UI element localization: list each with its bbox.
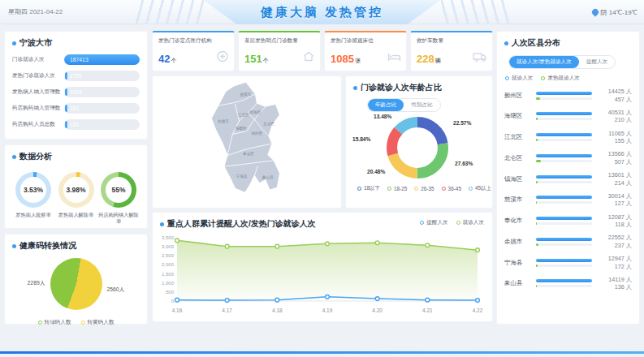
district-row: 象山县 14119 人136 人 [504,276,632,291]
legend-label: 26-35 [421,186,434,191]
legend-marker-icon [442,187,446,191]
kpi-unit: 辆 [435,58,441,63]
pie-graphic [50,258,102,310]
toggle-age-button[interactable]: 年龄占比 [368,99,404,111]
legend-item[interactable]: 18-25 [387,185,407,192]
district-row: 海曙区 40531 人210 人 [504,109,632,124]
district-row-list: 鄞州区 14425 人457 人 海曙区 40531 人210 人 江北区 11… [497,82,639,295]
bullet-icon [160,222,164,226]
panel-title-text: 健康码转换情况 [19,240,76,252]
district-metric-toggle: 就诊人次/发热就诊人次 提醒人次 [508,55,616,69]
ningbo-stat-list: 门诊就诊人次 187413 发热门诊就诊人次 2791 发热病人纳入管理数 25… [5,52,147,130]
legend-item[interactable]: 26-35 [414,185,434,192]
district-row: 余姚市 22552 人237 人 [504,234,632,249]
legend-label: 18以下 [364,185,380,192]
legend-item-green[interactable]: 转绿码人数 [38,319,71,326]
gauge-label: 药店购药纳入解除率 [98,212,139,224]
visits-value: 12947 人 [596,255,632,263]
visits-value: 30014 人 [596,192,632,200]
svg-text:3,000: 3,000 [162,244,175,249]
bed-icon [387,51,401,66]
ningbo-district-map[interactable]: 慈溪市余姚市江北区镇海区海曙区北仑区鄞州区奉化区宁海县象山县 [198,80,297,206]
ambulance-icon [473,51,487,66]
stat-bar: 187413 [64,54,140,65]
stat-bar: 2594 [64,87,140,97]
svg-text:象山县: 象山县 [261,175,274,179]
pie-value-green: 2289人 [28,279,45,287]
stat-value: 187413 [70,54,89,65]
stat-bar: 182 [64,103,140,114]
legend-marker-icon [387,187,391,191]
healthcode-legend: 转绿码人数 转黄码人数 [5,319,147,326]
district-name: 镇海区 [504,175,532,183]
legend-marker-icon [505,76,509,80]
district-bars [536,92,592,100]
stat-row: 药店购药人员总数 182 [12,119,140,130]
fever-value: 210 人 [596,116,632,124]
svg-text:4.22: 4.22 [473,308,483,313]
gauge-ring: 3.98% [58,172,94,208]
panel-title-trend: 重点人群累计提醒人次/发热门诊就诊人次 [153,213,323,233]
gauge-group: 3.53% 发热病人观察率 3.98% 发热病人解除率 55% 药店购药纳入解除… [5,166,147,224]
legend-item-visits[interactable]: 就诊人次 [456,219,484,226]
district-row: 奉化市 12087 人118 人 [504,213,632,229]
legend-label: 提醒人次 [426,219,447,226]
date-label: 星期四 2021-04-22 [8,0,63,24]
district-bars [536,154,592,162]
visits-value: 12087 人 [596,213,632,222]
legend-marker-icon [456,221,460,225]
fever-value: 457 人 [596,96,632,104]
kpi-ambulances: 救护车数量 228辆 [410,31,493,71]
legend-item-yellow[interactable]: 转黄码人数 [81,319,115,326]
panel-title-analysis: 数据分析 [5,145,147,166]
svg-text:4.16: 4.16 [172,308,183,313]
district-values: 22552 人237 人 [596,234,632,249]
panel-title-district: 人次区县分布 [497,32,639,52]
legend-item-visits[interactable]: 就诊人次 [505,75,533,82]
legend-label: 45以上 [475,185,491,192]
weather-label: 阴 14℃-19℃ [601,8,638,17]
visits-bar [536,175,592,178]
visits-value: 14119 人 [596,276,632,284]
legend-label: 转绿码人数 [45,319,71,326]
fever-value: 507 人 [596,158,632,166]
district-bars [536,175,592,183]
fever-bar-track [536,285,592,287]
gauge-value: 3.53% [20,177,46,203]
legend-item-fever[interactable]: 发热就诊人次 [541,75,580,82]
fever-bar [536,265,538,267]
svg-text:0: 0 [171,299,175,303]
toggle-gender-button[interactable]: 性别占比 [404,99,439,111]
fever-bar [536,222,537,225]
legend-item[interactable]: 45以上 [469,185,491,192]
fever-bar [536,285,537,287]
legend-item-remind[interactable]: 提醒人次 [420,219,447,226]
kpi-fever-clinics: 发热门诊定点医疗机构 42个 [152,31,235,71]
panel-district-distribution: 人次区县分布 就诊人次/发热就诊人次 提醒人次 就诊人次 发热就诊人次 鄞州区 … [496,31,640,325]
legend-item[interactable]: 36-45 [442,185,461,192]
kpi-value: 151 [244,53,262,65]
panel-ningbo-map: 慈溪市余姚市江北区镇海区海曙区北仑区鄞州区奉化区宁海县象山县 [152,75,342,209]
district-bars [536,279,592,287]
legend-item[interactable]: 18以下 [357,185,380,192]
district-values: 13601 人214 人 [596,171,632,187]
panel-healthcode: 健康码转换情况 2289人 2560人 转绿码人数 转黄码人数 [4,234,148,325]
gauge-pharmacy-release-rate: 55% 药店购药纳入解除率 [98,172,139,224]
district-values: 12947 人172 人 [596,255,632,270]
panel-title-healthcode: 健康码转换情况 [5,234,147,255]
fever-bar-track [536,118,592,120]
district-name: 江北区 [504,133,532,141]
district-bars [536,133,592,141]
panel-title-age: 门诊就诊人次年龄占比 [346,76,492,97]
age-donut-chart: 22.57% 27.63% 20.48% 15.84% 13.48% [346,112,492,182]
district-bars [536,238,592,246]
district-values: 40531 人210 人 [596,109,632,124]
fever-bar-track [536,243,592,246]
bullet-icon [12,155,16,159]
toggle-visits-button[interactable]: 就诊人次/发热就诊人次 [509,56,579,68]
toggle-remind-button[interactable]: 提醒人次 [579,56,615,68]
legend-label: 18-25 [394,186,407,191]
visits-bar [536,133,592,136]
gauge-release-rate: 3.98% 发热病人解除率 [56,172,97,224]
fever-bar-track [536,139,592,141]
